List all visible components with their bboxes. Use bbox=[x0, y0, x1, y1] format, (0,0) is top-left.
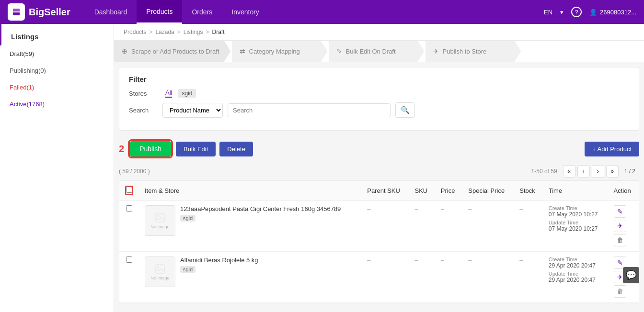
row-item-cell-1: No Image Alfamidi Beras Rojolele 5 kg sg… bbox=[139, 252, 361, 303]
nav-orders[interactable]: Orders bbox=[182, 0, 222, 24]
row-sku-1: – bbox=[409, 252, 435, 303]
username: 269080312... bbox=[600, 9, 636, 16]
logo[interactable]: BigSeller bbox=[8, 3, 70, 21]
row-sku-0: – bbox=[409, 201, 435, 252]
row-parent-sku-1: – bbox=[361, 252, 409, 303]
step-bulk-edit[interactable]: ✎ Bulk Edit On Draft bbox=[329, 41, 425, 62]
store-sgid-badge[interactable]: sgid bbox=[178, 89, 196, 98]
sidebar-item-active[interactable]: Active(1768) bbox=[0, 96, 114, 112]
nav-dashboard[interactable]: Dashboard bbox=[85, 0, 137, 24]
create-time-label-0: Create Time bbox=[549, 205, 602, 211]
row-stock-1: – bbox=[514, 252, 543, 303]
add-product-button[interactable]: + Add Product bbox=[585, 142, 639, 156]
sidebar-item-draft[interactable]: Draft(59) bbox=[0, 45, 114, 62]
breadcrumb-products[interactable]: Products bbox=[124, 29, 146, 35]
user-info[interactable]: 👤 269080312... bbox=[589, 9, 636, 16]
filter-title: Filter bbox=[129, 75, 629, 83]
top-navigation: BigSeller Dashboard Products Orders Inve… bbox=[0, 0, 644, 24]
product-name-1[interactable]: Alfamidi Beras Rojolele 5 kg bbox=[180, 256, 258, 264]
nav-inventory[interactable]: Inventory bbox=[222, 0, 269, 24]
step-publish[interactable]: ✈ Publish to Store bbox=[426, 41, 521, 62]
nav-products[interactable]: Products bbox=[137, 0, 182, 24]
sidebar: Listings Draft(59) Publishing(0) Failed(… bbox=[0, 24, 114, 312]
header-special-price: Special Price bbox=[462, 181, 514, 201]
step-scrape[interactable]: ⊕ Scrape or Add Products to Draft bbox=[114, 41, 231, 62]
search-input[interactable] bbox=[228, 103, 391, 117]
store-tag-1: sgid bbox=[180, 266, 196, 273]
step-category-label: Category Mapping bbox=[249, 48, 300, 55]
steps-bar: ⊕ Scrape or Add Products to Draft ⇄ Cate… bbox=[114, 41, 644, 62]
header-time: Time bbox=[543, 181, 608, 201]
row-checkbox-cell bbox=[119, 201, 139, 252]
header-stock: Stock bbox=[514, 181, 543, 201]
search-type-select[interactable]: Product Name bbox=[162, 103, 223, 118]
row-checkbox-0[interactable] bbox=[126, 205, 132, 212]
page-info: 1 / 2 bbox=[624, 168, 635, 175]
send-action-btn-0[interactable]: ✈ bbox=[614, 220, 626, 232]
help-icon[interactable]: ? bbox=[571, 7, 582, 17]
products-table-container: Item & Store Parent SKU SKU Price Specia… bbox=[119, 180, 639, 303]
step-category[interactable]: ⇄ Category Mapping bbox=[232, 41, 328, 62]
product-image-1: No Image bbox=[145, 256, 175, 287]
step-scrape-label: Scrape or Add Products to Draft bbox=[131, 48, 219, 55]
delete-button[interactable]: Delete bbox=[219, 142, 253, 156]
bulk-edit-button[interactable]: Bulk Edit bbox=[176, 142, 216, 156]
user-icon: 👤 bbox=[589, 9, 597, 16]
svg-rect-2 bbox=[156, 265, 164, 273]
table-header-row: Item & Store Parent SKU SKU Price Specia… bbox=[119, 181, 639, 201]
header-parent-sku: Parent SKU bbox=[361, 181, 409, 201]
store-tag-0: sgid bbox=[180, 215, 196, 222]
table-row: No Image 123aaaPepsodent Pasta Gigi Cent… bbox=[119, 201, 639, 252]
search-button[interactable]: 🔍 bbox=[395, 102, 415, 118]
products-table: Item & Store Parent SKU SKU Price Specia… bbox=[119, 181, 639, 303]
chat-bubble-btn[interactable]: 💬 bbox=[623, 267, 639, 283]
last-page-btn[interactable]: » bbox=[606, 165, 619, 178]
row-special-price-0: – bbox=[462, 201, 514, 252]
range-info: 1-50 of 59 bbox=[531, 168, 557, 175]
breadcrumb: Products > Lazada > Listings > Draft bbox=[114, 24, 644, 41]
update-time-1: 29 Apr 2020 20:47 bbox=[549, 277, 602, 283]
row-time-1: Create Time 29 Apr 2020 20:47 Update Tim… bbox=[543, 252, 608, 303]
logo-icon bbox=[8, 3, 25, 21]
publish-button-container: Publish bbox=[129, 140, 172, 157]
filter-section: Filter Stores All sgid Search Product Na… bbox=[119, 67, 639, 131]
row-price-0: – bbox=[435, 201, 462, 252]
update-time-label-0: Update Time bbox=[549, 220, 602, 225]
next-page-btn[interactable]: › bbox=[592, 165, 604, 178]
create-time-1: 29 Apr 2020 20:47 bbox=[549, 262, 602, 269]
breadcrumb-lazada[interactable]: Lazada bbox=[155, 29, 174, 35]
action-btns-0: ✎ ✈ 🗑 bbox=[614, 205, 633, 246]
breadcrumb-listings[interactable]: Listings bbox=[184, 29, 203, 35]
sidebar-item-failed[interactable]: Failed(1) bbox=[0, 79, 114, 96]
select-all-checkbox[interactable] bbox=[126, 187, 132, 193]
filter-search-row: Search Product Name 🔍 bbox=[129, 102, 629, 118]
row-special-price-1: – bbox=[462, 252, 514, 303]
edit-action-btn-0[interactable]: ✎ bbox=[614, 205, 626, 218]
update-time-label-1: Update Time bbox=[549, 271, 602, 277]
product-name-0[interactable]: 123aaaPepsodent Pasta Gigi Center Fresh … bbox=[180, 205, 341, 212]
row-checkbox-cell bbox=[119, 252, 139, 303]
search-label: Search bbox=[129, 107, 158, 114]
sidebar-item-publishing[interactable]: Publishing(0) bbox=[0, 62, 114, 79]
publish-icon: ✈ bbox=[433, 47, 439, 55]
step-number: 2 bbox=[119, 144, 124, 155]
row-action-0: ✎ ✈ 🗑 bbox=[608, 201, 639, 252]
select-all-checkbox-container bbox=[125, 186, 133, 195]
delete-action-btn-1[interactable]: 🗑 bbox=[614, 285, 626, 298]
first-page-btn[interactable]: « bbox=[563, 165, 575, 178]
main-layout: Listings Draft(59) Publishing(0) Failed(… bbox=[0, 24, 644, 312]
delete-action-btn-0[interactable]: 🗑 bbox=[614, 234, 626, 246]
product-image-0: No Image bbox=[145, 205, 175, 236]
product-details-0: 123aaaPepsodent Pasta Gigi Center Fresh … bbox=[180, 205, 341, 222]
prev-page-btn[interactable]: ‹ bbox=[577, 165, 590, 178]
category-icon: ⇄ bbox=[240, 47, 245, 55]
publish-button[interactable]: Publish bbox=[130, 141, 171, 156]
add-icon: ⊕ bbox=[122, 47, 127, 55]
row-price-1: – bbox=[435, 252, 462, 303]
stores-label: Stores bbox=[129, 90, 158, 97]
language-selector[interactable]: EN bbox=[544, 9, 552, 16]
header-price: Price bbox=[435, 181, 462, 201]
store-all-link[interactable]: All bbox=[165, 89, 172, 98]
row-checkbox-1[interactable] bbox=[126, 256, 132, 263]
step-publish-label: Publish to Store bbox=[443, 48, 487, 55]
